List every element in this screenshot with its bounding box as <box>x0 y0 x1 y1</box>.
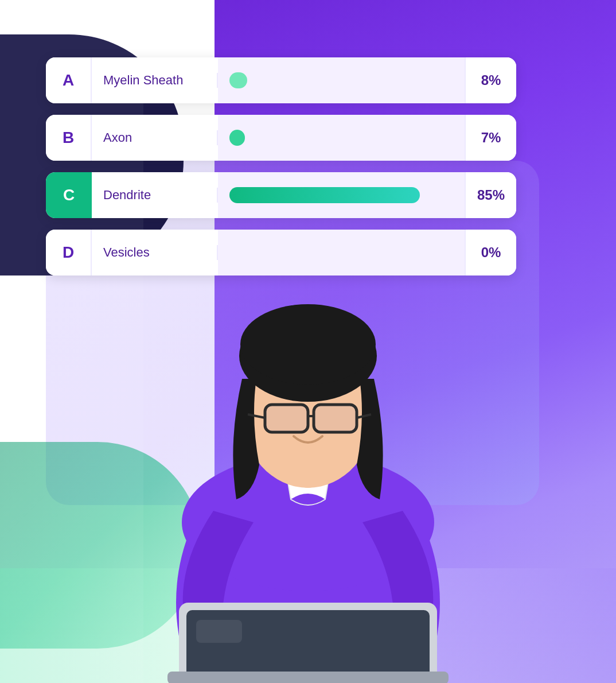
option-a-bar-container <box>218 57 465 103</box>
option-a-letter: A <box>46 57 92 103</box>
option-d-bar-track <box>229 245 453 261</box>
option-d-row[interactable]: D Vesicles 0% <box>46 230 516 275</box>
option-c-row[interactable]: C Dendrite 85% <box>46 172 516 218</box>
option-d-percent: 0% <box>465 230 516 275</box>
option-c-bar-container <box>218 172 465 218</box>
option-a-label: Myelin Sheath <box>92 73 218 88</box>
option-b-letter: B <box>46 115 92 161</box>
option-c-letter: C <box>46 172 92 218</box>
svg-rect-13 <box>266 406 307 431</box>
svg-rect-17 <box>196 620 242 643</box>
option-b-bar-fill <box>229 130 245 146</box>
option-a-bar-fill <box>229 72 247 88</box>
option-b-row[interactable]: B Axon 7% <box>46 115 516 161</box>
option-b-percent: 7% <box>465 115 516 161</box>
option-d-bar-container <box>218 230 465 275</box>
quiz-options-container: A Myelin Sheath 8% B Axon 7% C Dendrite … <box>46 57 516 275</box>
option-a-row[interactable]: A Myelin Sheath 8% <box>46 57 516 103</box>
svg-rect-18 <box>167 672 449 683</box>
option-b-bar-track <box>229 130 453 146</box>
option-c-bar-fill <box>229 187 420 203</box>
option-b-label: Axon <box>92 130 218 145</box>
option-d-letter: D <box>46 230 92 275</box>
svg-point-7 <box>240 304 376 385</box>
option-c-label: Dendrite <box>92 188 218 203</box>
option-b-bar-container <box>218 115 465 161</box>
option-a-percent: 8% <box>465 57 516 103</box>
option-c-percent: 85% <box>465 172 516 218</box>
option-d-label: Vesicles <box>92 245 218 260</box>
option-c-bar-track <box>229 187 453 203</box>
svg-rect-14 <box>315 406 356 431</box>
option-a-bar-track <box>229 72 453 88</box>
